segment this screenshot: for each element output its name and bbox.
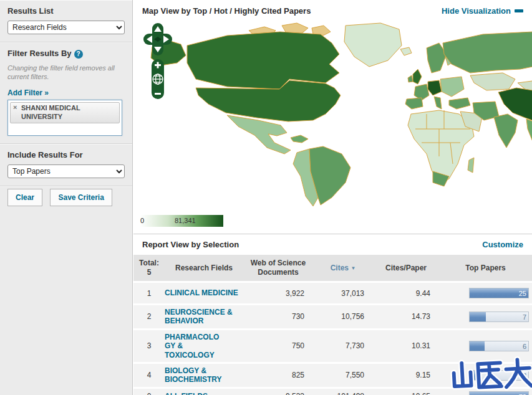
top-papers-bar: 25	[469, 288, 529, 298]
customize-link[interactable]: Customize	[482, 240, 523, 249]
cites-cell: 7,730	[313, 341, 373, 350]
legend-max-value: 81,341	[175, 217, 196, 224]
documents-cell: 750	[243, 341, 313, 350]
add-filter-link[interactable]: Add Filter »	[7, 88, 49, 97]
results-list-heading: Results List	[7, 6, 125, 16]
rank-cell: 1	[133, 289, 165, 298]
world-map[interactable]	[133, 19, 532, 210]
col-cites-sorted[interactable]: Cites ▼	[313, 264, 373, 273]
field-link[interactable]: BIOLOGY & BIOCHEMISTRY	[165, 366, 243, 384]
col-top-papers[interactable]: Top Papers	[439, 264, 532, 273]
table-row: 2 NEUROSCIENCE & BEHAVIOR 730 10,756 14.…	[133, 305, 532, 330]
clear-button[interactable]: Clear	[7, 189, 42, 206]
field-link[interactable]: CLINICAL MEDICINE	[165, 288, 243, 297]
top-papers-cell: 7	[439, 312, 532, 322]
chip-remove-icon[interactable]: ×	[13, 103, 17, 112]
legend-min-value: 0	[140, 217, 144, 224]
globe-icon[interactable]	[153, 74, 163, 84]
save-criteria-button[interactable]: Save Criteria	[50, 189, 112, 206]
filter-heading: Filter Results By?	[7, 49, 125, 59]
top-papers-value: 25	[519, 290, 526, 297]
include-results-select[interactable]: Top Papers	[7, 164, 125, 178]
rank-cell: 0	[133, 392, 165, 395]
rank-cell: 3	[133, 341, 165, 350]
sidebar: Results List Research Fields Filter Resu…	[0, 0, 133, 395]
filter-section: Filter Results By? Changing the filter f…	[0, 42, 132, 144]
choropleth-map[interactable]	[133, 19, 532, 210]
rank-cell: 4	[133, 371, 165, 379]
cites-cell: 101,498	[313, 392, 373, 395]
documents-cell: 3,922	[243, 289, 313, 298]
field-link[interactable]: NEUROSCIENCE & BEHAVIOR	[165, 308, 243, 326]
sort-desc-icon: ▼	[351, 265, 355, 271]
table-header-row: Total: 5 Research Fields Web of Science …	[133, 255, 532, 281]
map-legend: 0 81,341	[138, 215, 232, 227]
top-papers-cell: 25	[439, 288, 532, 298]
minus-icon	[515, 9, 523, 12]
top-papers-value: 7	[523, 313, 526, 321]
col-cites-per-paper[interactable]: Cites/Paper	[373, 264, 439, 273]
include-results-section: Include Results For Top Papers	[0, 144, 132, 186]
report-header: Report View by Selection Customize	[133, 234, 532, 255]
cites-per-paper-cell: 10.31	[373, 341, 439, 350]
report-title: Report View by Selection	[142, 240, 239, 249]
cites-per-paper-cell: 9.15	[373, 371, 439, 379]
visualization-title: Map View by Top / Hot / Highly Cited Pap…	[142, 6, 311, 16]
results-list-section: Results List Research Fields	[0, 0, 132, 42]
rank-cell: 2	[133, 312, 165, 321]
hide-visualization-link[interactable]: Hide Visualization	[442, 6, 523, 16]
visualization-header: Map View by Top / Hot / Highly Cited Pap…	[133, 0, 532, 19]
col-research-fields[interactable]: Research Fields	[165, 264, 243, 273]
help-icon[interactable]: ?	[74, 50, 83, 59]
include-results-heading: Include Results For	[7, 150, 125, 159]
cites-per-paper-cell: 14.73	[373, 312, 439, 321]
documents-cell: 730	[243, 312, 313, 321]
watermark-shanyida	[447, 353, 532, 395]
sidebar-buttons: Clear Save Criteria	[0, 186, 132, 214]
cites-cell: 37,013	[313, 289, 373, 298]
cites-cell: 10,756	[313, 312, 373, 321]
cites-per-paper-cell: 10.65	[373, 392, 439, 395]
cites-cell: 7,550	[313, 371, 373, 379]
top-papers-bar: 7	[469, 312, 529, 322]
col-documents[interactable]: Web of Science Documents	[243, 259, 313, 277]
filter-note: Changing the filter field removes all cu…	[7, 64, 118, 82]
col-total: Total: 5	[133, 259, 165, 277]
top-papers-value: 6	[523, 343, 526, 350]
filter-box[interactable]: × SHANXI MEDICAL UNIVERSITY	[7, 100, 122, 136]
results-list-select[interactable]: Research Fields	[7, 21, 125, 34]
filter-chip[interactable]: × SHANXI MEDICAL UNIVERSITY	[10, 102, 120, 123]
table-row: 1 CLINICAL MEDICINE 3,922 37,013 9.44 25	[133, 283, 532, 305]
map-controls[interactable]	[143, 22, 172, 100]
top-papers-cell: 6	[439, 341, 532, 351]
cites-per-paper-cell: 9.44	[373, 289, 439, 298]
top-papers-bar: 6	[469, 341, 529, 351]
field-link[interactable]: ALL FIELDS	[165, 392, 243, 395]
documents-cell: 825	[243, 371, 313, 379]
zoom-out-icon[interactable]	[155, 93, 161, 95]
main-panel: Map View by Top / Hot / Highly Cited Pap…	[133, 0, 532, 395]
field-link[interactable]: PHARMACOLOGY & TOXICOLOGY	[165, 333, 227, 359]
filter-chip-label: SHANXI MEDICAL UNIVERSITY	[21, 104, 80, 120]
documents-cell: 9,533	[243, 392, 313, 395]
